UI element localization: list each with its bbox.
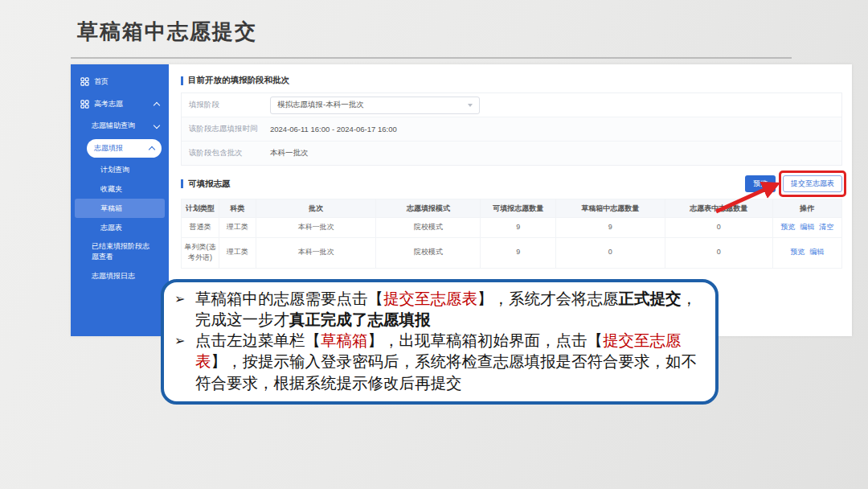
stage-select[interactable]: 模拟志愿填报-本科一批次: [270, 97, 480, 114]
sidebar-item-favorites[interactable]: 收藏夹: [71, 179, 169, 199]
table-body: 普通类理工类本科一批次院校模式990预览编辑清空单列类(选考外语)理工类本科一批…: [182, 218, 842, 269]
sidebar-item-fill-log[interactable]: 志愿填报日志: [71, 265, 169, 287]
table-cell: 理工类: [219, 218, 256, 238]
bullet-marker-icon: ➢: [174, 331, 195, 393]
stage-batch-value: 本科一批次: [270, 148, 309, 158]
table-header-cell: 志愿填报模式: [376, 199, 481, 218]
chevron-up-icon: [149, 146, 155, 153]
sidebar-item-volunteer-form[interactable]: 志愿表: [71, 218, 169, 237]
page-title: 草稿箱中志愿提交: [77, 18, 257, 46]
stage-section-title: 目前开放的填报阶段和批次: [188, 75, 289, 86]
callout-bullet: ➢草稿箱中的志愿需要点击【提交至志愿表】，系统才会将志愿正式提交，完成这一步才真…: [174, 289, 707, 331]
field-label: 该阶段包含批次: [182, 148, 270, 158]
callout-text-segment: 真正完成了志愿填报: [289, 311, 431, 328]
stage-select-value: 模拟志愿填报-本科一批次: [277, 100, 364, 110]
callout-bullet-text: 草稿箱中的志愿需要点击【提交至志愿表】，系统才会将志愿正式提交，完成这一步才真正…: [195, 289, 707, 331]
sidebar-item-gaokao-volunteer[interactable]: 高考志愿: [71, 92, 169, 115]
toolbar: 预览 提交至志愿表: [745, 175, 842, 192]
table-header-row: 计划类型科类批次志愿填报模式可填报志愿数量草稿箱中志愿数量志愿表中志愿数量操作: [182, 199, 842, 218]
table-cell: 0: [556, 237, 665, 268]
table-header-cell: 计划类型: [182, 199, 219, 218]
select-caret-icon: [468, 104, 473, 107]
presentation-slide: 草稿箱中志愿提交 首页高考志愿志愿辅助查询志愿填报计划查询收藏夹草稿箱志愿表已结…: [0, 0, 868, 489]
table-cell: 普通类: [182, 218, 219, 238]
table-cell: 本科一批次: [256, 218, 376, 238]
callout-bullet: ➢点击左边菜单栏【草稿箱】，出现草稿箱初始界面，点击【提交至志愿表】，按提示输入…: [174, 331, 707, 393]
form-row-batch: 该阶段包含批次 本科一批次: [182, 141, 841, 165]
callout-bullet-text: 点击左边菜单栏【草稿箱】，出现草稿箱初始界面，点击【提交至志愿表】，按提示输入登…: [195, 331, 707, 393]
volunteer-section-title: 可填报志愿: [188, 179, 231, 190]
callout-text-segment: 正式提交: [619, 290, 682, 307]
form-row-stage: 填报阶段 模拟志愿填报-本科一批次: [182, 93, 841, 117]
section-accent-bar: [181, 76, 183, 85]
callout-note: ➢草稿箱中的志愿需要点击【提交至志愿表】，系统才会将志愿正式提交，完成这一步才真…: [161, 279, 719, 405]
field-label: 填报阶段: [182, 100, 270, 110]
callout-text-segment: 】，按提示输入登录密码后，系统将检查志愿填报是否符合要求，如不符合要求，根据系统…: [195, 353, 697, 391]
table-header-cell: 科类: [219, 199, 256, 218]
sidebar-item-label: 高考志愿: [94, 99, 123, 109]
table-header-cell: 志愿表中志愿数量: [665, 199, 772, 218]
stage-time-value: 2024-06-11 16:00 - 2024-06-17 16:00: [270, 125, 397, 134]
table-cell: 0: [665, 237, 772, 268]
grid-icon: [80, 100, 89, 109]
table-action-link[interactable]: 编辑: [809, 248, 824, 256]
table-cell: 单列类(选考外语): [182, 237, 219, 268]
field-label: 该阶段志愿填报时间: [182, 124, 270, 134]
table-cell: 9: [481, 237, 556, 268]
title-divider: [71, 57, 792, 59]
sidebar-item-label: 收藏夹: [100, 184, 122, 195]
table-action-link[interactable]: 清空: [819, 223, 833, 231]
table-header-cell: 操作: [772, 199, 841, 218]
submit-button-wrap: 提交至志愿表: [783, 175, 842, 192]
section-accent-bar: [181, 179, 183, 188]
chevron-down-icon: [154, 121, 160, 128]
table-action-link[interactable]: 编辑: [800, 223, 814, 231]
sidebar-item-draft-box[interactable]: 草稿箱: [75, 199, 165, 218]
preview-button[interactable]: 预览: [745, 175, 776, 192]
sidebar-item-label: 志愿填报: [94, 143, 123, 154]
submit-to-volunteer-form-button[interactable]: 提交至志愿表: [783, 175, 842, 192]
callout-text-segment: 点击左边菜单栏【: [195, 332, 321, 349]
sidebar-item-label: 志愿填报日志: [92, 271, 135, 281]
sidebar-item-label: 计划查询: [100, 165, 129, 175]
volunteer-section-header: 可填报志愿 预览 提交至志愿表: [181, 175, 842, 192]
sidebar-item-home[interactable]: 首页: [71, 70, 169, 92]
table-actions-cell: 预览编辑清空: [772, 218, 841, 238]
table-cell: 理工类: [219, 237, 256, 268]
sidebar-item-assist-query[interactable]: 志愿辅助查询: [71, 115, 169, 137]
table-cell: 9: [556, 218, 665, 238]
table-cell: 院校模式: [376, 218, 481, 238]
sidebar-item-label: 首页: [94, 76, 108, 87]
table-action-link[interactable]: 预览: [790, 248, 805, 256]
sidebar-item-volunteer-fill[interactable]: 志愿填报: [87, 139, 162, 158]
callout-text-segment: 】，系统才会将志愿: [477, 290, 619, 307]
table-cell: 9: [481, 218, 556, 238]
table-header-cell: 批次: [256, 199, 376, 218]
table-cell: 0: [665, 218, 772, 238]
sidebar-item-label: 志愿表: [100, 223, 122, 233]
table-actions-cell: 预览编辑: [772, 237, 841, 268]
callout-text-segment: 草稿箱中的志愿需要点击【: [195, 290, 383, 307]
sidebar-menu: 首页高考志愿志愿辅助查询志愿填报计划查询收藏夹草稿箱志愿表已结束填报阶段志愿查看…: [71, 64, 169, 336]
table-cell: 本科一批次: [256, 237, 376, 268]
table-cell: 院校模式: [376, 237, 481, 268]
callout-text-segment: 草稿箱: [321, 332, 368, 349]
grid-icon: [80, 77, 89, 86]
table-row: 普通类理工类本科一批次院校模式990预览编辑清空: [182, 218, 842, 238]
bullet-marker-icon: ➢: [174, 289, 195, 331]
table-row: 单列类(选考外语)理工类本科一批次院校模式900预览编辑: [182, 237, 842, 268]
volunteer-table: 计划类型科类批次志愿填报模式可填报志愿数量草稿箱中志愿数量志愿表中志愿数量操作 …: [181, 199, 842, 269]
sidebar-item-label: 草稿箱: [100, 203, 122, 214]
form-row-time: 该阶段志愿填报时间 2024-06-11 16:00 - 2024-06-17 …: [182, 117, 841, 141]
table-action-link[interactable]: 预览: [780, 223, 795, 231]
chevron-up-icon: [154, 101, 160, 108]
sidebar-item-label: 志愿辅助查询: [92, 121, 135, 131]
sidebar-item-plan-query[interactable]: 计划查询: [71, 160, 169, 179]
sidebar-item-label: 已结束填报阶段志愿查看: [92, 241, 154, 261]
stage-form: 填报阶段 模拟志愿填报-本科一批次 该阶段志愿填报时间 2024-06-11 1…: [181, 92, 842, 166]
callout-text-segment: 提交至志愿表: [383, 290, 477, 307]
sidebar-item-ended-stage-view[interactable]: 已结束填报阶段志愿查看: [71, 237, 169, 265]
callout-text-segment: 】，出现草稿箱初始界面，点击【: [368, 332, 604, 349]
stage-section-header: 目前开放的填报阶段和批次: [181, 75, 842, 86]
table-header-cell: 可填报志愿数量: [481, 199, 556, 218]
